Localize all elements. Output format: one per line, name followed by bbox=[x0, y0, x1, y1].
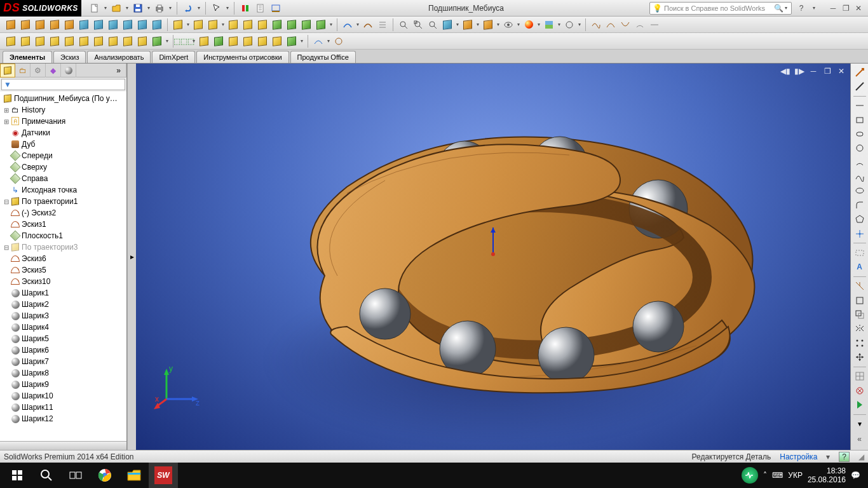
surf-loft-button[interactable] bbox=[48, 34, 62, 48]
vp-next-icon[interactable]: ▮▶ bbox=[794, 66, 804, 76]
scene-drop[interactable]: ▾ bbox=[557, 22, 562, 27]
curves-button[interactable] bbox=[341, 18, 355, 32]
tree-material[interactable]: Дуб bbox=[0, 139, 126, 150]
surf-trim-button[interactable] bbox=[197, 34, 211, 48]
zoom-fit-button[interactable] bbox=[397, 18, 410, 32]
surf-thicken-button[interactable] bbox=[255, 34, 269, 48]
tp-spline-button[interactable] bbox=[853, 170, 867, 182]
tp-circle-button[interactable] bbox=[853, 142, 867, 154]
delface-drop[interactable]: ▾ bbox=[191, 38, 196, 44]
surf-replace-face-button[interactable] bbox=[285, 34, 299, 48]
surf-offset-button[interactable] bbox=[106, 34, 120, 48]
tray-notifications[interactable]: 💬 bbox=[851, 471, 860, 480]
dome-button[interactable] bbox=[285, 18, 299, 32]
vp-minimize-icon[interactable]: ─ bbox=[808, 66, 818, 76]
status-settings[interactable]: Настройка bbox=[780, 452, 817, 461]
tab-office[interactable]: Продукты Office bbox=[290, 51, 356, 63]
spline-tool-button[interactable] bbox=[589, 18, 603, 32]
status-help-icon[interactable]: ? bbox=[839, 452, 850, 462]
apply-scene-button[interactable] bbox=[542, 18, 556, 32]
tp-move-button[interactable] bbox=[853, 351, 867, 363]
new-file-button[interactable] bbox=[88, 1, 102, 15]
new-dropdown[interactable]: ▾ bbox=[103, 5, 108, 11]
tp-convert-button[interactable] bbox=[853, 294, 867, 306]
open-dropdown[interactable]: ▾ bbox=[125, 5, 130, 11]
tp-dropdown-button[interactable]: ▾ bbox=[853, 418, 867, 430]
tree-ball5[interactable]: Шарик5 bbox=[0, 333, 126, 344]
help-search[interactable]: 💡 Поиск в Справке по SolidWorks 🔍 ▾ bbox=[649, 2, 792, 15]
tree-sensors[interactable]: ◉Датчики bbox=[0, 127, 126, 139]
boundary-boss-button[interactable] bbox=[62, 18, 76, 32]
tp-pattern-button[interactable] bbox=[853, 337, 867, 349]
tab-elements[interactable]: Элементы bbox=[3, 51, 52, 63]
tree-ball12[interactable]: Шарик12 bbox=[0, 413, 126, 424]
surf-planar-button[interactable] bbox=[92, 34, 105, 48]
extruded-boss-button[interactable] bbox=[4, 18, 18, 32]
ref-geom-button[interactable] bbox=[314, 18, 328, 32]
fm-filter[interactable]: ▼ bbox=[1, 79, 125, 90]
tree-ball3[interactable]: Шарик3 bbox=[0, 310, 126, 322]
tree-ball7[interactable]: Шарик7 bbox=[0, 356, 126, 367]
pattern-drop[interactable]: ▾ bbox=[220, 22, 226, 27]
close-button[interactable]: ✕ bbox=[853, 3, 864, 13]
tray-chevron[interactable]: ˄ bbox=[763, 471, 767, 480]
options-button[interactable] bbox=[254, 1, 268, 15]
fillet-button[interactable] bbox=[171, 18, 185, 32]
viewport[interactable]: ◀▮ ▮▶ ─ ❐ ✕ bbox=[136, 64, 850, 450]
tp-ellipse-button[interactable] bbox=[853, 185, 867, 197]
arc-tool-button[interactable] bbox=[633, 18, 647, 32]
surf-ruled-button[interactable] bbox=[135, 34, 149, 48]
prev-view-button[interactable] bbox=[426, 18, 440, 32]
fm-flyout-button[interactable]: » bbox=[111, 64, 126, 78]
surf-sweep-button[interactable] bbox=[33, 34, 47, 48]
undo-button[interactable] bbox=[181, 1, 195, 15]
tp-repair-button[interactable] bbox=[853, 384, 867, 396]
undo-dropdown[interactable]: ▾ bbox=[196, 5, 201, 11]
tp-rect-button[interactable] bbox=[853, 114, 867, 126]
spline-3-button[interactable] bbox=[618, 18, 632, 32]
fm-tab-tree[interactable] bbox=[0, 64, 15, 78]
tree-ball8[interactable]: Шарик8 bbox=[0, 367, 126, 379]
curves-drop[interactable]: ▾ bbox=[355, 22, 360, 27]
tree-front-plane[interactable]: Спереди bbox=[0, 150, 126, 161]
surf-extend-button[interactable] bbox=[226, 34, 240, 48]
revolved-boss-button[interactable] bbox=[18, 18, 32, 32]
tree-sweep3[interactable]: ⊟По траектории3 bbox=[0, 241, 126, 253]
instant3d-button[interactable] bbox=[361, 18, 375, 32]
fm-tab-display[interactable] bbox=[61, 64, 76, 78]
tree-ball1[interactable]: Шарик1 bbox=[0, 287, 126, 299]
hide-show-button[interactable] bbox=[501, 18, 515, 32]
shell-button[interactable] bbox=[255, 18, 269, 32]
tree-ball2[interactable]: Шарик2 bbox=[0, 299, 126, 310]
hideshow-drop[interactable]: ▾ bbox=[516, 22, 521, 27]
start-button[interactable] bbox=[3, 463, 32, 488]
surf-fill-button[interactable] bbox=[77, 34, 91, 48]
zoom-area-button[interactable] bbox=[411, 18, 425, 32]
tree-right-plane[interactable]: Справа bbox=[0, 173, 126, 184]
tab-dimxpert[interactable]: DimXpert bbox=[152, 51, 195, 63]
viewsettings-drop[interactable]: ▾ bbox=[577, 22, 582, 27]
chrome-app[interactable] bbox=[90, 463, 119, 488]
tab-render[interactable]: Инструменты отрисовки bbox=[196, 51, 288, 63]
view-settings-button[interactable] bbox=[562, 18, 576, 32]
help-dropdown[interactable]: ▾ bbox=[808, 3, 820, 13]
restore-button[interactable]: ❐ bbox=[840, 3, 851, 13]
surf-fillet-button[interactable] bbox=[332, 34, 346, 48]
surf-untrim-button[interactable] bbox=[212, 34, 226, 48]
vp-maximize-icon[interactable]: ❐ bbox=[822, 66, 832, 76]
tp-quick-button[interactable] bbox=[853, 398, 867, 410]
tp-offset-button[interactable] bbox=[853, 308, 867, 320]
save-button[interactable] bbox=[131, 1, 145, 15]
tp-trim-button[interactable] bbox=[853, 280, 867, 292]
lofted-boss-button[interactable] bbox=[48, 18, 62, 32]
search-icon[interactable]: 🔍 bbox=[774, 4, 783, 13]
surf-freeform-button[interactable] bbox=[121, 34, 135, 48]
screen-capture-button[interactable] bbox=[269, 1, 283, 15]
spline-2-button[interactable] bbox=[604, 18, 618, 32]
tree-plane1[interactable]: Плоскость1 bbox=[0, 230, 126, 241]
surfcurves-drop[interactable]: ▾ bbox=[326, 38, 331, 44]
tp-line-button[interactable] bbox=[853, 80, 867, 92]
tree-sketch2[interactable]: (-) Эскиз2 bbox=[0, 207, 126, 219]
surf-boundary-button[interactable] bbox=[62, 34, 76, 48]
orient-drop[interactable]: ▾ bbox=[475, 22, 480, 27]
